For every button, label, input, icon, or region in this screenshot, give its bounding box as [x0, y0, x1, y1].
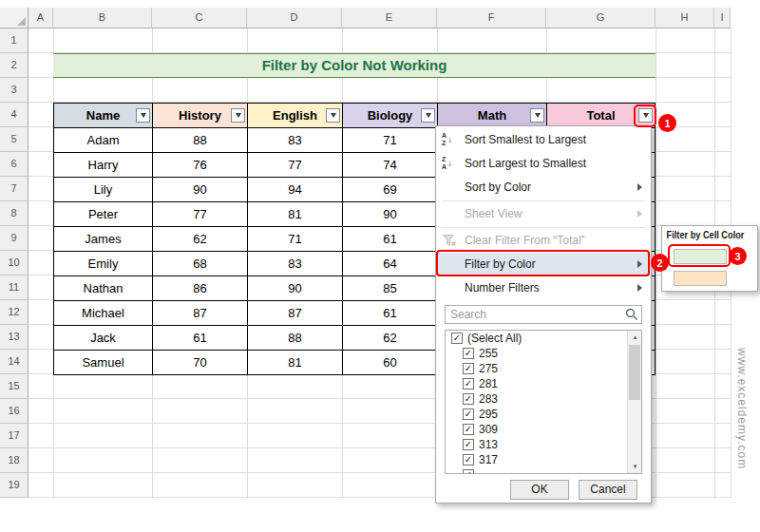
- color-swatch-orange[interactable]: [674, 271, 727, 286]
- column-header-C[interactable]: C: [152, 8, 247, 28]
- list-item[interactable]: ✓ 281: [446, 376, 641, 391]
- cell-english[interactable]: 88: [248, 326, 343, 351]
- filter-button-history[interactable]: [231, 108, 245, 123]
- menu-item-sort-smallest[interactable]: AZ↓ Sort Smallest to Largest: [436, 128, 651, 152]
- filter-button-biology[interactable]: [421, 108, 435, 123]
- scroll-thumb[interactable]: [629, 345, 640, 400]
- cell-name[interactable]: Adam: [54, 128, 153, 153]
- cell-history[interactable]: 86: [153, 276, 248, 301]
- column-header-F[interactable]: F: [437, 8, 546, 28]
- row-header-7[interactable]: 7: [0, 177, 28, 201]
- cell-name[interactable]: Jack: [54, 326, 153, 351]
- cell-name[interactable]: Michael: [54, 301, 153, 326]
- row-header-4[interactable]: 4: [0, 103, 28, 127]
- checkbox-checked-icon[interactable]: ✓: [463, 378, 474, 390]
- cell-history[interactable]: 88: [153, 128, 248, 153]
- cell-english[interactable]: 83: [248, 128, 343, 153]
- cell-biology[interactable]: 64: [343, 252, 438, 276]
- list-item[interactable]: ✓ 275: [446, 361, 641, 376]
- cell-history[interactable]: 77: [153, 202, 248, 227]
- list-item-select-all[interactable]: ✓ (Select All): [446, 331, 641, 346]
- scrollbar[interactable]: ▲ ▼: [627, 331, 641, 473]
- row-header-19[interactable]: 19: [0, 473, 28, 498]
- row-header-6[interactable]: 6: [0, 152, 28, 177]
- column-header-E[interactable]: E: [342, 8, 437, 28]
- checkbox-checked-icon[interactable]: ✓: [463, 439, 474, 450]
- row-header-8[interactable]: 8: [0, 201, 28, 226]
- cell-biology[interactable]: 69: [343, 178, 438, 202]
- row-header-9[interactable]: 9: [0, 226, 28, 251]
- row-header-16[interactable]: 16: [0, 399, 28, 424]
- row-header-18[interactable]: 18: [0, 448, 28, 473]
- search-input[interactable]: [445, 305, 642, 324]
- scroll-down-arrow-icon[interactable]: ▼: [628, 460, 642, 473]
- cell-history[interactable]: 62: [153, 227, 248, 252]
- menu-item-sort-largest[interactable]: ZA↓ Sort Largest to Smallest: [436, 152, 651, 176]
- filter-button-name[interactable]: [136, 108, 150, 123]
- cell-name[interactable]: Harry: [54, 153, 153, 178]
- cell-biology[interactable]: 61: [343, 227, 438, 252]
- row-header-17[interactable]: 17: [0, 424, 28, 448]
- row-header-10[interactable]: 10: [0, 251, 28, 276]
- checkbox-checked-icon[interactable]: ✓: [463, 348, 474, 359]
- row-header-12[interactable]: 12: [0, 300, 28, 325]
- cell-english[interactable]: 87: [248, 301, 343, 326]
- row-header-2[interactable]: 2: [0, 53, 28, 78]
- list-item[interactable]: ✓ 255: [446, 346, 641, 361]
- cell-history[interactable]: 61: [153, 326, 248, 351]
- cell-name[interactable]: Emily: [54, 252, 153, 276]
- cell-history[interactable]: 90: [153, 178, 248, 202]
- cell-history[interactable]: 87: [153, 301, 248, 326]
- row-header-11[interactable]: 11: [0, 276, 28, 300]
- list-item[interactable]: ✓ 295: [446, 407, 641, 422]
- column-header-A[interactable]: A: [28, 8, 53, 28]
- column-header-I[interactable]: I: [714, 8, 731, 28]
- row-header-14[interactable]: 14: [0, 350, 28, 374]
- checkbox-checked-icon[interactable]: ✓: [463, 408, 474, 420]
- cell-english[interactable]: 71: [248, 227, 343, 252]
- cell-english[interactable]: 90: [248, 276, 343, 301]
- row-header-15[interactable]: 15: [0, 374, 28, 399]
- list-item[interactable]: ✓ 317: [446, 452, 641, 467]
- cell-history[interactable]: 70: [153, 351, 248, 375]
- checkbox-checked-icon[interactable]: ✓: [463, 454, 474, 466]
- cell-biology[interactable]: 90: [343, 202, 438, 227]
- cell-english[interactable]: 81: [248, 202, 343, 227]
- row-header-5[interactable]: 5: [0, 127, 28, 152]
- cell-biology[interactable]: 71: [343, 128, 438, 153]
- cell-english[interactable]: 94: [248, 178, 343, 202]
- select-all-corner[interactable]: [0, 8, 28, 28]
- column-header-D[interactable]: D: [247, 8, 342, 28]
- list-item[interactable]: ✓ 283: [446, 391, 641, 407]
- list-item[interactable]: ✓ 309: [446, 422, 641, 437]
- filter-button-math[interactable]: [530, 108, 544, 123]
- cell-history[interactable]: 68: [153, 252, 248, 276]
- menu-item-number-filters[interactable]: Number Filters: [436, 276, 651, 300]
- cell-english[interactable]: 77: [248, 153, 343, 178]
- row-header-3[interactable]: 3: [0, 78, 28, 103]
- cell-biology[interactable]: 60: [343, 351, 438, 375]
- cell-biology[interactable]: 74: [343, 153, 438, 178]
- row-header-13[interactable]: 13: [0, 325, 28, 350]
- cell-biology[interactable]: 62: [343, 326, 438, 351]
- column-header-H[interactable]: H: [656, 8, 714, 28]
- menu-item-sort-by-color[interactable]: Sort by Color: [436, 176, 651, 200]
- checkbox-checked-icon[interactable]: ✓: [463, 393, 474, 405]
- cell-name[interactable]: James: [54, 227, 153, 252]
- row-header-1[interactable]: 1: [0, 28, 28, 53]
- filter-button-english[interactable]: [326, 108, 340, 123]
- cell-name[interactable]: Lily: [54, 178, 153, 202]
- list-item-partial[interactable]: ✓: [446, 467, 641, 474]
- scroll-up-arrow-icon[interactable]: ▲: [628, 331, 642, 344]
- cell-name[interactable]: Samuel: [54, 351, 153, 375]
- list-item[interactable]: ✓ 313: [446, 437, 641, 452]
- column-header-G[interactable]: G: [546, 8, 656, 28]
- cell-name[interactable]: Nathan: [54, 276, 153, 301]
- cancel-button[interactable]: Cancel: [579, 480, 637, 500]
- column-header-B[interactable]: B: [53, 8, 152, 28]
- cell-biology[interactable]: 61: [343, 301, 438, 326]
- cell-name[interactable]: Peter: [54, 202, 153, 227]
- checkbox-checked-icon[interactable]: ✓: [463, 424, 474, 435]
- checkbox-checked-icon[interactable]: ✓: [463, 363, 474, 374]
- cell-english[interactable]: 81: [248, 351, 343, 375]
